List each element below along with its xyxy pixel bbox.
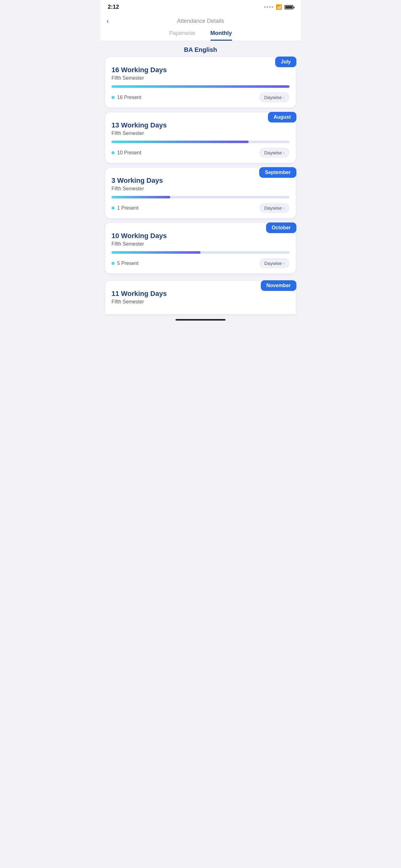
month-card-july: July 16 Working Days Fifth Semester 16 P…: [105, 57, 296, 107]
wifi-icon: 📶: [276, 4, 282, 10]
semester-july: Fifth Semester: [111, 75, 290, 81]
tab-paperwise[interactable]: Paperwise: [169, 30, 195, 41]
cards-list: July 16 Working Days Fifth Semester 16 P…: [100, 57, 301, 281]
progress-bar-wrap-july: [111, 85, 290, 88]
chevron-right-icon-august: ›: [283, 150, 285, 155]
working-days-august: 13 Working Days: [111, 121, 290, 129]
month-badge-august: August: [268, 112, 296, 122]
progress-bar-fill-september: [111, 196, 170, 198]
present-label-october: 5 Present: [111, 260, 138, 266]
daywise-button-october[interactable]: Daywise ›: [259, 258, 290, 269]
progress-bar-fill-august: [111, 141, 248, 143]
semester-november: Fifth Semester: [111, 299, 290, 305]
card-footer-july: 16 Present Daywise ›: [111, 92, 290, 102]
month-badge-october: October: [266, 222, 296, 233]
progress-bar-fill-october: [111, 251, 201, 254]
month-badge-november: November: [261, 280, 296, 291]
present-dot-july: [111, 96, 114, 99]
chevron-right-icon-september: ›: [283, 206, 285, 210]
working-days-july: 16 Working Days: [111, 66, 290, 74]
status-bar: 2:12 📶: [100, 0, 301, 13]
chevron-right-icon-july: ›: [283, 95, 285, 100]
present-label-august: 10 Present: [111, 150, 141, 156]
card-footer-september: 1 Present Daywise ›: [111, 203, 290, 213]
present-dot-october: [111, 262, 114, 265]
card-footer-august: 10 Present Daywise ›: [111, 148, 290, 158]
progress-bar-wrap-august: [111, 141, 290, 143]
present-dot-september: [111, 207, 114, 210]
month-card-august: August 13 Working Days Fifth Semester 10…: [105, 113, 296, 163]
daywise-button-august[interactable]: Daywise ›: [259, 148, 290, 158]
month-badge-july: July: [275, 57, 296, 67]
working-days-october: 10 Working Days: [111, 232, 290, 240]
status-time: 2:12: [108, 4, 119, 10]
status-icons: 📶: [264, 4, 293, 10]
header: ‹ Attendance Details: [100, 13, 301, 27]
daywise-button-july[interactable]: Daywise ›: [259, 92, 290, 102]
semester-october: Fifth Semester: [111, 241, 290, 247]
semester-september: Fifth Semester: [111, 186, 290, 191]
present-dot-august: [111, 151, 114, 154]
present-label-september: 1 Present: [111, 205, 138, 211]
month-card-october: October 10 Working Days Fifth Semester 5…: [105, 223, 296, 273]
month-card-november: November 11 Working Days Fifth Semester: [105, 281, 296, 314]
back-button[interactable]: ‹: [106, 17, 109, 25]
header-title: Attendance Details: [177, 18, 224, 24]
card-footer-october: 5 Present Daywise ›: [111, 258, 290, 269]
month-badge-september: September: [259, 167, 296, 178]
month-card-september: September 3 Working Days Fifth Semester …: [105, 168, 296, 218]
signal-icon: [264, 6, 273, 8]
section-title-bar: BA English: [100, 41, 301, 57]
present-label-july: 16 Present: [111, 95, 141, 100]
tabs-bar: Paperwise Monthly: [100, 27, 301, 41]
semester-august: Fifth Semester: [111, 131, 290, 136]
chevron-right-icon-october: ›: [283, 261, 285, 266]
daywise-button-september[interactable]: Daywise ›: [259, 203, 290, 213]
battery-icon: [285, 5, 293, 9]
working-days-november: 11 Working Days: [111, 290, 290, 298]
bottom-home-bar: [175, 319, 226, 320]
section-title: BA English: [184, 46, 217, 53]
progress-bar-wrap-september: [111, 196, 290, 198]
progress-bar-fill-july: [111, 85, 290, 88]
progress-bar-wrap-october: [111, 251, 290, 254]
tab-monthly[interactable]: Monthly: [210, 30, 232, 41]
